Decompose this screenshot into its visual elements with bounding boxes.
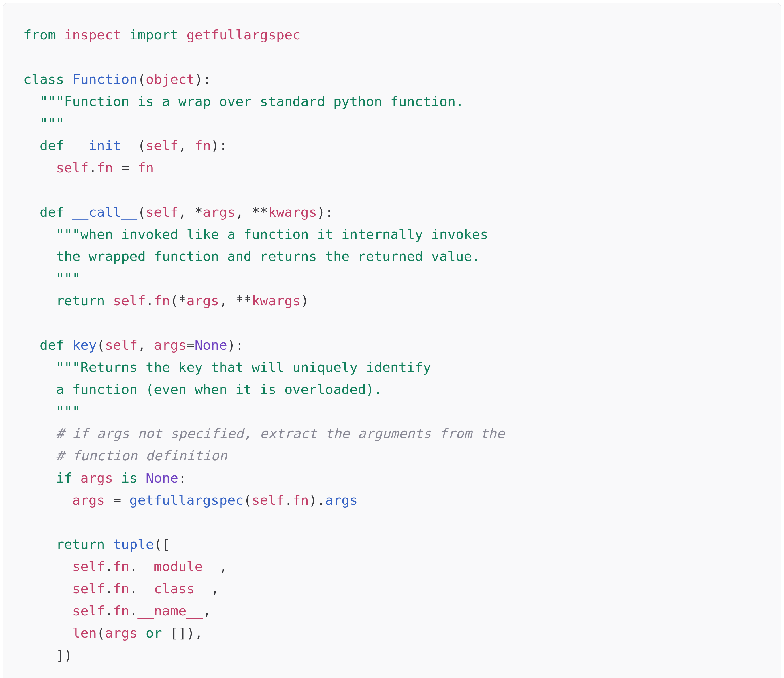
code-token-txt: , ** — [235, 204, 268, 220]
code-token-txt — [23, 580, 72, 596]
code-token-mod: inspect — [64, 27, 121, 43]
code-token-mod: args — [187, 292, 219, 308]
code-token-kw: return — [56, 536, 105, 552]
code-token-txt: ) — [301, 292, 309, 308]
code-token-str: """when invoked like a function it inter… — [56, 226, 488, 242]
code-token-txt: = — [187, 337, 194, 353]
code-token-kw: if — [56, 470, 72, 486]
code-token-txt — [23, 558, 72, 574]
code-token-txt — [23, 292, 56, 308]
code-token-txt: []), — [162, 625, 203, 641]
code-token-txt — [105, 292, 113, 308]
code-token-txt — [23, 226, 56, 242]
code-token-fn: __call__ — [72, 204, 137, 220]
code-token-txt: = — [105, 492, 129, 508]
code-token-mod: __class__ — [137, 580, 211, 596]
code-token-str: """Function is a wrap over standard pyth… — [40, 93, 464, 109]
code-token-kw: def — [40, 204, 64, 220]
code-token-txt: , * — [179, 204, 203, 220]
code-token-txt — [113, 470, 121, 486]
code-token-txt: . — [105, 580, 113, 596]
code-token-mod: fn — [113, 603, 129, 619]
code-token-txt — [23, 448, 56, 463]
code-token-mod: self — [56, 160, 89, 176]
code-token-str: """ — [23, 271, 81, 286]
code-token-txt: . — [89, 160, 96, 176]
code-token-fn: tuple — [113, 536, 154, 552]
code-token-txt — [23, 93, 40, 109]
code-token-mod: fn — [292, 492, 309, 508]
code-token-txt — [64, 71, 72, 87]
code-token-kw: def — [40, 337, 64, 353]
code-token-str: """Returns the key that will uniquely id… — [56, 359, 431, 375]
code-token-txt: . — [105, 558, 113, 574]
code-token-txt: . — [105, 603, 113, 619]
code-token-txt — [23, 359, 56, 375]
code-token-none: None — [194, 337, 227, 353]
code-token-txt: = — [113, 160, 137, 176]
code-token-txt — [64, 204, 72, 220]
code-token-kw: class — [23, 71, 64, 87]
code-token-txt: ]) — [23, 647, 72, 663]
code-token-fn: key — [72, 337, 97, 353]
code-token-txt — [23, 470, 56, 486]
code-token-kw: def — [40, 137, 64, 153]
code-token-kw: from — [23, 27, 56, 43]
code-token-txt — [23, 160, 56, 176]
code-token-txt — [23, 603, 72, 619]
code-token-fn: Function — [72, 71, 137, 87]
code-token-mod: fn — [137, 160, 154, 176]
code-token-mod: self — [146, 137, 178, 153]
code-token-txt: . — [146, 292, 154, 308]
code-token-txt: , ** — [219, 292, 252, 308]
code-token-txt: , — [179, 137, 195, 153]
code-token-mod: object — [146, 71, 194, 87]
code-token-mod: fn — [154, 292, 170, 308]
code-token-txt — [64, 337, 72, 353]
code-token-txt — [23, 337, 40, 353]
code-token-txt: , — [203, 603, 211, 619]
code-token-txt: ( — [97, 625, 105, 641]
code-token-mod: len — [72, 625, 97, 641]
code-token-txt — [179, 27, 187, 43]
code-token-txt — [23, 204, 40, 220]
code-token-txt: . — [285, 492, 292, 508]
code-token-txt — [23, 625, 72, 641]
code-token-txt: . — [129, 558, 137, 574]
code-token-txt: ( — [97, 337, 105, 353]
code-token-mod: fn — [194, 137, 211, 153]
code-token-mod: self — [105, 337, 137, 353]
code-token-txt — [23, 536, 56, 552]
code-token-txt: : — [179, 470, 187, 486]
code-token-txt — [23, 137, 40, 153]
code-content: from inspect import getfullargspec class… — [23, 27, 505, 663]
code-token-txt: ([ — [154, 536, 170, 552]
code-token-mod: self — [72, 603, 105, 619]
code-token-txt — [23, 492, 72, 508]
code-token-mod: args — [203, 204, 235, 220]
code-token-mod: self — [72, 558, 105, 574]
code-token-str: """ — [23, 115, 64, 131]
code-token-txt — [64, 137, 72, 153]
code-token-mod: args — [154, 337, 187, 353]
code-token-txt: ( — [244, 492, 252, 508]
code-token-txt — [137, 625, 146, 641]
code-token-none: None — [146, 470, 178, 486]
code-token-txt: . — [129, 603, 137, 619]
code-token-mod: args — [81, 470, 113, 486]
code-token-fn: args — [325, 492, 358, 508]
code-token-txt: ): — [211, 137, 227, 153]
code-token-kw: import — [129, 27, 179, 43]
code-token-mod: kwargs — [252, 292, 301, 308]
code-token-txt — [56, 27, 64, 43]
code-token-str: a function (even when it is overloaded). — [23, 381, 382, 397]
code-token-txt: ): — [317, 204, 333, 220]
code-token-txt: ): — [194, 71, 211, 87]
code-token-txt — [121, 27, 129, 43]
code-token-txt: , — [137, 337, 154, 353]
code-token-kw: is — [121, 470, 138, 486]
code-token-mod: fn — [113, 558, 129, 574]
code-token-mod: __name__ — [137, 603, 203, 619]
code-token-str: the wrapped function and returns the ret… — [23, 248, 480, 264]
code-token-kw: or — [146, 625, 162, 641]
